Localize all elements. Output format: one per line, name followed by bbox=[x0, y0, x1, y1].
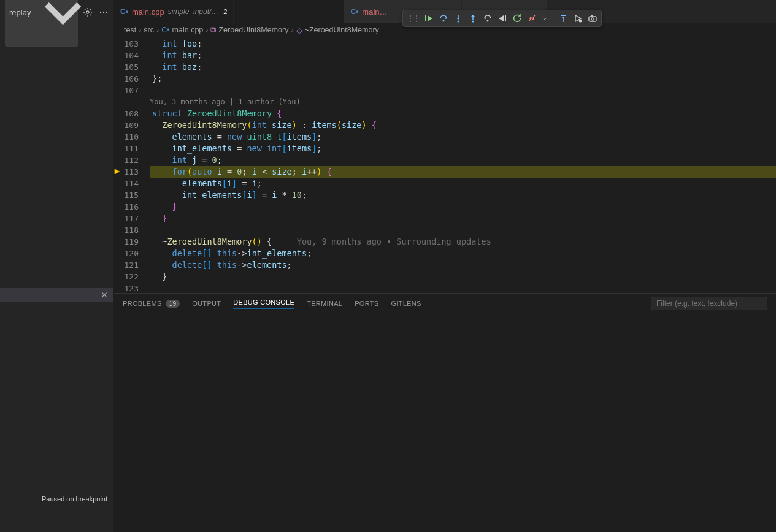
code-line[interactable]: ~ZeroedUint8Memory() { You, 9 months ago… bbox=[150, 236, 776, 248]
sidebar-item-close[interactable] bbox=[0, 288, 113, 302]
struct-icon: ⧉ bbox=[210, 26, 216, 35]
code-line[interactable] bbox=[150, 283, 776, 293]
svg-point-2 bbox=[103, 12, 104, 13]
svg-point-13 bbox=[591, 18, 594, 20]
codelens[interactable]: You, 3 months ago | 1 author (You) bbox=[150, 96, 776, 108]
svg-point-6 bbox=[458, 21, 459, 23]
code-line[interactable]: int bar; bbox=[150, 50, 776, 61]
gear-icon[interactable] bbox=[83, 7, 93, 17]
disconnect-icon[interactable] bbox=[527, 13, 537, 23]
tab-bar: C• main.cpp simple_input/… 2 C• main… ⋮⋮ bbox=[114, 0, 776, 23]
drag-handle-icon[interactable]: ⋮⋮ bbox=[407, 14, 419, 23]
panel-tab-debug-console[interactable]: DEBUG CONSOLE bbox=[233, 298, 294, 309]
svg-rect-9 bbox=[505, 15, 506, 21]
code-area[interactable]: int foo; int bar; int baz;};You, 3 month… bbox=[150, 37, 776, 293]
execution-pointer-icon bbox=[114, 167, 121, 176]
svg-rect-14 bbox=[591, 15, 593, 17]
tab-blank[interactable] bbox=[234, 0, 344, 23]
svg-point-0 bbox=[86, 11, 89, 13]
camera-icon[interactable] bbox=[588, 13, 597, 23]
git-blame-hint: You, 9 months ago • Surrounding updates bbox=[272, 237, 491, 246]
code-line[interactable] bbox=[150, 224, 776, 236]
reverse-continue-icon[interactable] bbox=[497, 13, 507, 23]
svg-point-5 bbox=[443, 20, 445, 22]
svg-point-11 bbox=[579, 20, 582, 23]
code-line[interactable]: struct ZeroedUint8Memory { bbox=[150, 108, 776, 120]
code-line[interactable]: } bbox=[150, 271, 776, 283]
code-line[interactable]: elements[i] = i; bbox=[150, 178, 776, 189]
code-line[interactable]: int_elements = new int[items]; bbox=[150, 143, 776, 154]
svg-rect-10 bbox=[561, 15, 566, 16]
run-to-cursor-icon[interactable] bbox=[558, 13, 568, 23]
code-line[interactable]: int foo; bbox=[150, 38, 776, 50]
code-line[interactable]: delete[] this->elements; bbox=[150, 259, 776, 271]
code-line[interactable]: } bbox=[150, 201, 776, 213]
code-line[interactable]: }; bbox=[150, 73, 776, 85]
panel-tab-ports[interactable]: PORTS bbox=[355, 300, 378, 307]
run-test-icon[interactable] bbox=[573, 13, 583, 23]
code-editor[interactable]: 1031041051061071081091101111121131141151… bbox=[114, 37, 776, 293]
svg-rect-12 bbox=[589, 17, 596, 21]
code-line[interactable]: int j = 0; bbox=[150, 154, 776, 166]
debug-toolbar: ⋮⋮ bbox=[402, 10, 602, 27]
reverse-step-icon[interactable] bbox=[483, 13, 493, 23]
cpp-icon: C• bbox=[120, 7, 128, 16]
panel-tabs: PROBLEMS19OUTPUTDEBUG CONSOLETERMINALPOR… bbox=[114, 294, 776, 313]
step-into-icon[interactable] bbox=[453, 13, 463, 23]
panel-tab-gitlens[interactable]: GITLENS bbox=[391, 300, 421, 307]
svg-point-3 bbox=[106, 12, 107, 13]
svg-rect-4 bbox=[425, 15, 426, 21]
panel-filter-input[interactable] bbox=[651, 297, 767, 310]
debug-console-body[interactable] bbox=[114, 313, 776, 532]
cpp-icon: C• bbox=[350, 7, 358, 16]
close-icon bbox=[100, 291, 109, 299]
svg-point-1 bbox=[100, 12, 101, 13]
code-line[interactable] bbox=[150, 85, 776, 96]
code-line[interactable]: int_elements[i] = i * 10; bbox=[150, 189, 776, 201]
panel-tab-terminal[interactable]: TERMINAL bbox=[307, 300, 342, 307]
bottom-panel: PROBLEMS19OUTPUTDEBUG CONSOLETERMINALPOR… bbox=[114, 293, 776, 532]
restart-icon[interactable] bbox=[512, 13, 522, 23]
tab-main-cpp-1[interactable]: C• main.cpp simple_input/… 2 bbox=[114, 0, 234, 23]
line-gutter: 1031041051061071081091101111121131141151… bbox=[114, 37, 150, 293]
paused-status: Paused on breakpoint bbox=[42, 495, 107, 503]
step-out-icon[interactable] bbox=[468, 13, 478, 23]
more-icon[interactable] bbox=[99, 7, 109, 17]
chevron-down-icon[interactable] bbox=[542, 13, 548, 23]
code-line[interactable]: delete[] this->int_elements; bbox=[150, 248, 776, 259]
code-line[interactable]: ZeroedUint8Memory(int size) : items(size… bbox=[150, 120, 776, 131]
method-icon: ◇ bbox=[296, 26, 302, 35]
code-line[interactable]: elements = new uint8_t[items]; bbox=[150, 131, 776, 143]
main-area: C• main.cpp simple_input/… 2 C• main… ⋮⋮ bbox=[114, 0, 776, 532]
svg-point-8 bbox=[487, 20, 489, 22]
tab-main-cpp-2[interactable]: C• main… bbox=[344, 0, 394, 23]
step-over-icon[interactable] bbox=[439, 13, 448, 23]
code-line[interactable]: } bbox=[150, 213, 776, 224]
continue-icon[interactable] bbox=[424, 13, 434, 23]
svg-point-7 bbox=[472, 21, 474, 23]
sidebar: replay Paused on breakpoint bbox=[0, 0, 114, 532]
panel-tab-problems[interactable]: PROBLEMS19 bbox=[123, 300, 180, 308]
panel-tab-output[interactable]: OUTPUT bbox=[192, 300, 221, 307]
code-line[interactable]: for(auto i = 0; i < size; i++) { bbox=[150, 166, 776, 178]
code-line[interactable]: int baz; bbox=[150, 61, 776, 73]
